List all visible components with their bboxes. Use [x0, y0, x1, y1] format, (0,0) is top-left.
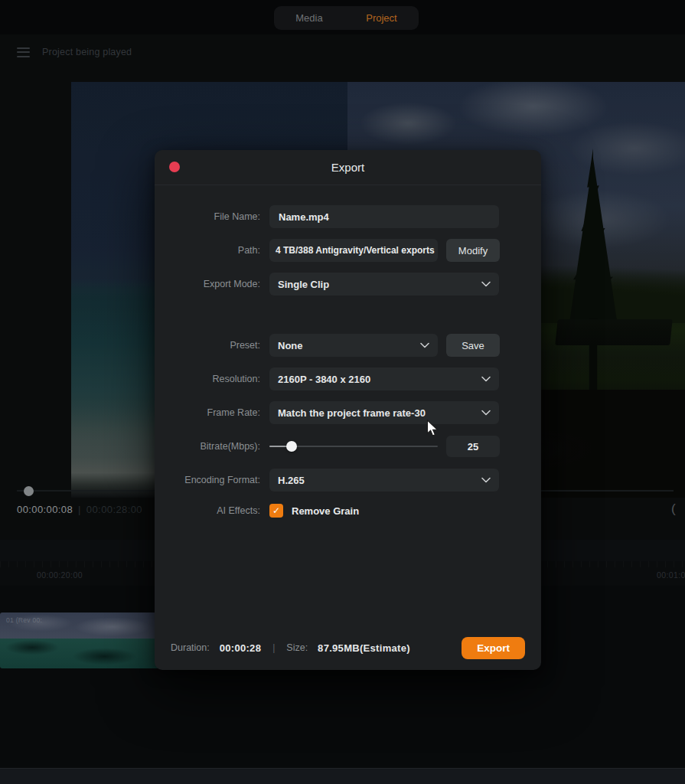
chevron-down-icon: [481, 281, 491, 287]
export-mode-row: Export Mode: Single Clip: [162, 273, 541, 296]
app-window: Media Project Project being played: [0, 0, 685, 784]
checkmark-icon: ✓: [272, 505, 280, 516]
footer-separator: |: [272, 642, 275, 653]
dialog-title: Export: [331, 161, 364, 174]
export-mode-value: Single Clip: [278, 279, 329, 290]
bitrate-slider-thumb[interactable]: [286, 441, 297, 452]
save-preset-button[interactable]: Save: [446, 334, 500, 357]
preset-row: Preset: None Save: [162, 334, 541, 357]
encoding-format-value: H.265: [278, 475, 305, 486]
close-button[interactable]: [169, 162, 180, 172]
chevron-down-icon: [481, 410, 491, 416]
export-button[interactable]: Export: [462, 637, 525, 659]
export-mode-dropdown[interactable]: Single Clip: [269, 273, 499, 296]
chevron-down-icon: [420, 342, 429, 348]
chevron-down-icon: [481, 477, 491, 483]
file-name-label: File Name:: [162, 211, 269, 222]
resolution-label: Resolution:: [162, 374, 269, 384]
preset-dropdown[interactable]: None: [269, 334, 438, 357]
bitrate-slider[interactable]: [269, 435, 438, 458]
encoding-format-row: Encoding Format: H.265: [162, 469, 541, 492]
ai-effects-row: AI Effects: ✓ Remove Grain: [162, 502, 541, 519]
path-label: Path:: [162, 245, 269, 256]
resolution-row: Resolution: 2160P - 3840 x 2160: [162, 368, 541, 390]
size-label: Size:: [286, 642, 308, 653]
encoding-format-dropdown[interactable]: H.265: [269, 469, 499, 492]
file-name-input[interactable]: [269, 205, 499, 228]
export-mode-label: Export Mode:: [162, 279, 269, 289]
bitrate-row: Bitrate(Mbps): 25: [162, 435, 541, 458]
dialog-footer: Duration: 00:00:28 | Size: 87.95MB(Estim…: [155, 626, 541, 670]
frame-rate-dropdown[interactable]: Match the project frame rate-30: [269, 401, 499, 424]
duration-label: Duration:: [171, 642, 210, 653]
export-dialog: Export File Name: Path: 4 TB/388 Antigra…: [155, 150, 541, 670]
path-row: Path: 4 TB/388 Antigravity/Vertical expo…: [162, 239, 541, 262]
tab-project[interactable]: Project: [358, 9, 404, 27]
ai-effects-label: AI Effects:: [162, 505, 269, 516]
frame-rate-label: Frame Rate:: [162, 407, 269, 418]
bitrate-label: Bitrate(Mbps):: [162, 441, 269, 452]
preset-value: None: [278, 340, 303, 351]
size-value: 87.95MB(Estimate): [318, 642, 410, 654]
top-bar: Media Project: [0, 0, 685, 34]
remove-grain-label: Remove Grain: [292, 505, 359, 517]
resolution-dropdown[interactable]: 2160P - 3840 x 2160: [269, 368, 499, 390]
dialog-header: Export: [155, 150, 541, 185]
preset-label: Preset:: [162, 340, 269, 351]
remove-grain-checkbox[interactable]: ✓: [269, 504, 283, 518]
bitrate-value-box[interactable]: 25: [446, 436, 500, 457]
dialog-body: File Name: Path: 4 TB/388 Antigravity/Ve…: [155, 185, 541, 519]
file-name-row: File Name:: [162, 205, 541, 228]
frame-rate-value: Match the project frame rate-30: [278, 407, 426, 419]
modify-button[interactable]: Modify: [446, 239, 500, 262]
frame-rate-row: Frame Rate: Match the project frame rate…: [162, 401, 541, 424]
path-value: 4 TB/388 Antigravity/Vertical exports: [269, 239, 438, 262]
encoding-format-label: Encoding Format:: [162, 475, 269, 485]
resolution-value: 2160P - 3840 x 2160: [278, 374, 370, 385]
media-project-tab-group: Media Project: [274, 6, 419, 30]
tab-media[interactable]: Media: [288, 9, 330, 27]
chevron-down-icon: [481, 376, 491, 382]
duration-value: 00:00:28: [220, 642, 261, 654]
